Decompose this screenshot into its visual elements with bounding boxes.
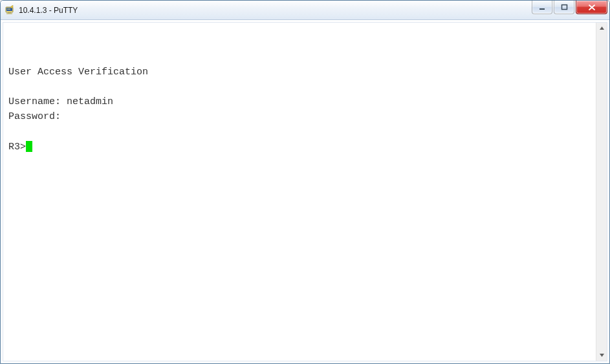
svg-rect-5 (539, 8, 545, 10)
scrollbar[interactable] (596, 23, 607, 361)
scroll-down-arrow[interactable] (596, 350, 607, 361)
content-area: User Access Verification Username: netad… (3, 22, 607, 361)
scroll-track[interactable] (596, 34, 607, 350)
username-label: Username: (8, 96, 67, 107)
putty-icon (5, 5, 15, 16)
window-controls (532, 1, 609, 14)
svg-rect-4 (6, 13, 12, 14)
maximize-button[interactable] (554, 1, 574, 14)
titlebar[interactable]: 10.4.1.3 - PuTTY (1, 1, 609, 20)
minimize-button[interactable] (532, 1, 552, 14)
username-value: netadmin (67, 96, 113, 107)
terminal[interactable]: User Access Verification Username: netad… (3, 23, 596, 361)
access-header: User Access Verification (8, 67, 148, 78)
window-title: 10.4.1.3 - PuTTY (19, 1, 78, 20)
close-button[interactable] (576, 1, 607, 14)
svg-rect-6 (561, 5, 567, 9)
scroll-up-arrow[interactable] (596, 23, 607, 34)
svg-rect-3 (8, 12, 11, 14)
password-label: Password: (8, 111, 61, 122)
cursor (26, 141, 32, 152)
prompt: R3> (8, 142, 26, 153)
putty-window: 10.4.1.3 - PuTTY User Access Verificatio… (0, 0, 610, 364)
